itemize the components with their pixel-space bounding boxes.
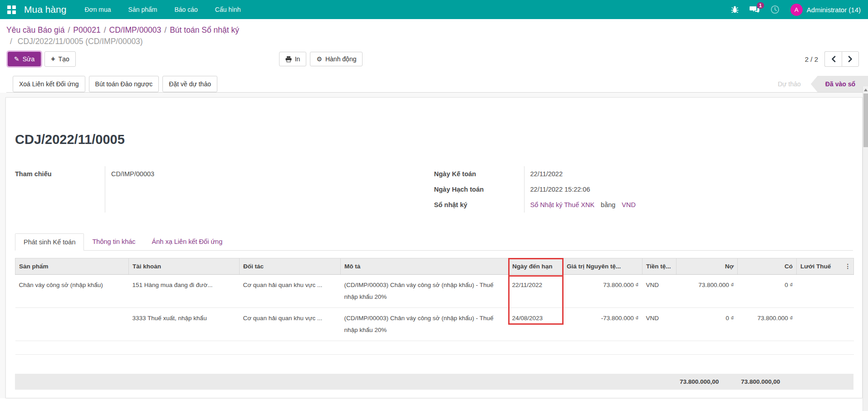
- cell-debit[interactable]: 0 ₫: [677, 308, 738, 341]
- cell-credit[interactable]: 73.800.000 ₫: [738, 308, 797, 341]
- table-row[interactable]: 3333 Thuế xuất, nhập khẩu Cơ quan hải qu…: [15, 308, 854, 341]
- printer-icon: [285, 56, 292, 62]
- user-menu[interactable]: A Administrator (14): [790, 4, 861, 16]
- breadcrumb-link-cdimp[interactable]: CD/IMP/00003: [109, 25, 162, 35]
- accounting-date-label: Ngày Kế toán: [434, 170, 476, 178]
- apps-menu-icon[interactable]: [7, 5, 16, 14]
- header-amount-currency[interactable]: Giá trị Nguyên tệ...: [563, 258, 642, 275]
- edit-button[interactable]: ✎ Sửa: [8, 52, 41, 66]
- action-button[interactable]: ⚙ Hành động: [310, 52, 363, 66]
- nav-item-products[interactable]: Sản phẩm: [128, 6, 157, 13]
- chevron-right-icon: [848, 56, 853, 62]
- header-product[interactable]: Sản phẩm: [15, 258, 129, 275]
- pager-next-button[interactable]: [842, 51, 859, 67]
- cell-account[interactable]: 151 Hàng mua đang đi đườ...: [129, 275, 240, 308]
- breadcrumb: Yêu cầu Báo giá/P00021/CD/IMP/00003/Bút …: [6, 25, 868, 36]
- vertical-scrollbar[interactable]: [863, 86, 868, 411]
- cell-due-date[interactable]: 22/11/2022: [509, 275, 563, 308]
- status-stage-draft[interactable]: Dự thảo: [768, 76, 811, 92]
- journal-items-table-wrap: Sản phẩm Tài khoản Đối tác Mô tả Ngày đế…: [15, 258, 853, 355]
- cell-product[interactable]: [15, 308, 129, 341]
- header-debit[interactable]: Nợ: [677, 258, 738, 275]
- header-currency[interactable]: Tiền tệ...: [642, 258, 677, 275]
- header-due-date[interactable]: Ngày đến hạn: [509, 258, 563, 275]
- journal-middle-text: bằng: [601, 201, 615, 208]
- scrollbar-up-arrow-icon[interactable]: [864, 89, 868, 91]
- breadcrumb-link-p00021[interactable]: P00021: [73, 25, 100, 35]
- breadcrumb-separator: /: [164, 25, 167, 35]
- cell-amount-currency[interactable]: -73.800.000 ₫: [563, 308, 642, 341]
- pencil-icon: ✎: [14, 55, 20, 63]
- reset-to-draft-button[interactable]: Đặt về dự thảo: [162, 76, 217, 92]
- tab-journal-items[interactable]: Phát sinh Kế toán: [15, 233, 84, 251]
- cell-product[interactable]: Chân váy công sở (nhập khẩu): [15, 275, 129, 308]
- header-credit[interactable]: Có: [738, 258, 797, 275]
- cell-currency[interactable]: VND: [642, 275, 677, 308]
- status-stage-posted[interactable]: Đã vào sổ: [811, 76, 868, 92]
- cell-debit[interactable]: 73.800.000 ₫: [677, 275, 738, 308]
- field-groups: Tham chiếu CD/IMP/00003 Ngày Kế toán Ngà…: [15, 166, 853, 213]
- app-title[interactable]: Mua hàng: [24, 4, 66, 15]
- accounting-date-value: 22/11/2022: [530, 170, 563, 178]
- cell-partner[interactable]: Cơ quan hải quan khu vực ...: [240, 308, 341, 341]
- header-account[interactable]: Tài khoản: [129, 258, 240, 275]
- pager-text: 2 / 2: [805, 55, 818, 63]
- debug-bug-icon[interactable]: [731, 5, 739, 14]
- scrollbar-thumb[interactable]: [863, 94, 868, 147]
- pager: 2 / 2: [805, 51, 859, 67]
- cell-account[interactable]: 3333 Thuế xuất, nhập khẩu: [129, 308, 240, 341]
- content-area: CDJ/2022/11/0005 Tham chiếu CD/IMP/00003…: [0, 93, 868, 398]
- breadcrumb-link-rfq[interactable]: Yêu cầu Báo giá: [6, 25, 64, 35]
- journal-items-table: Sản phẩm Tài khoản Đối tác Mô tả Ngày đế…: [15, 258, 854, 355]
- pager-previous-button[interactable]: [824, 51, 842, 67]
- button-row: ✎ Sửa + Tạo In ⚙ Hành động 2 / 2: [6, 51, 868, 67]
- header-tax-grid[interactable]: Lưới Thuế ⋮: [797, 258, 854, 275]
- user-avatar: A: [790, 4, 803, 16]
- cell-credit[interactable]: 0 ₫: [738, 275, 797, 308]
- messages-icon[interactable]: 1: [750, 5, 760, 14]
- field-group-right: Ngày Kế toán Ngày Hạch toán Sổ nhật ký 2…: [434, 166, 853, 213]
- nav-menu: Đơn mua Sản phẩm Báo cáo Cấu hình: [84, 6, 240, 13]
- table-row[interactable]: Chân váy công sở (nhập khẩu) 151 Hàng mu…: [15, 275, 854, 308]
- create-button[interactable]: + Tạo: [44, 51, 75, 67]
- print-button[interactable]: In: [279, 52, 307, 66]
- nav-item-config[interactable]: Cấu hình: [215, 6, 241, 13]
- cell-description[interactable]: (CD/IMP/00003) Chân váy công sở (nhập kh…: [341, 308, 509, 341]
- cell-due-date[interactable]: 24/08/2023: [509, 308, 563, 341]
- action-status-row: Xoá Liên kết Đối ứng Bút toán Đảo ngược …: [6, 76, 868, 93]
- breadcrumb-link-journal-items[interactable]: Bút toán Sổ nhật ký: [170, 25, 239, 35]
- gear-icon: ⚙: [316, 55, 322, 63]
- cell-currency[interactable]: VND: [642, 308, 677, 341]
- cell-tax-grid[interactable]: [797, 308, 854, 341]
- cell-partner[interactable]: Cơ quan hải quan khu vực ...: [240, 275, 341, 308]
- control-panel: Yêu cầu Báo giá/P00021/CD/IMP/00003/Bút …: [0, 19, 868, 93]
- cell-tax-grid[interactable]: [797, 275, 854, 308]
- header-partner[interactable]: Đối tác: [240, 258, 341, 275]
- journal-link[interactable]: Sổ Nhật ký Thuế XNK: [530, 201, 595, 208]
- cell-amount-currency[interactable]: 73.800.000 ₫: [563, 275, 642, 308]
- activities-clock-icon[interactable]: [770, 5, 780, 14]
- header-description[interactable]: Mô tả: [341, 258, 509, 275]
- reverse-entry-button[interactable]: Bút toán Đảo ngược: [89, 76, 159, 92]
- reference-value: CD/IMP/00003: [111, 170, 154, 178]
- optional-columns-icon[interactable]: ⋮: [845, 262, 851, 270]
- user-name: Administrator (14): [807, 6, 861, 14]
- journal-label: Sổ nhật ký: [434, 201, 467, 208]
- empty-row: [15, 341, 854, 355]
- cell-description[interactable]: (CD/IMP/00003) Chân váy công sở (nhập kh…: [341, 275, 509, 308]
- plus-icon: +: [51, 55, 55, 63]
- total-credit: 73.800.000,00: [737, 374, 796, 390]
- nav-item-reports[interactable]: Báo cáo: [174, 6, 197, 13]
- statusbar: Dự thảo Đã vào sổ: [768, 76, 868, 92]
- breadcrumb-current: / CDJ/2022/11/0005 (CD/IMP/00003): [6, 36, 868, 47]
- breadcrumb-separator: /: [104, 25, 106, 35]
- tab-other-info[interactable]: Thông tin khác: [84, 233, 143, 250]
- reference-label: Tham chiếu: [15, 170, 52, 178]
- nav-item-orders[interactable]: Đơn mua: [84, 6, 111, 13]
- field-group-left: Tham chiếu CD/IMP/00003: [15, 166, 434, 213]
- total-debit: 73.800.000,00: [676, 374, 737, 390]
- tab-reconcile-mapping[interactable]: Ánh xạ Liên kết Đối ứng: [144, 233, 231, 250]
- remove-reconcile-button[interactable]: Xoá Liên kết Đối ứng: [13, 76, 85, 92]
- journal-currency-link[interactable]: VND: [622, 201, 636, 208]
- breadcrumb-separator: /: [68, 25, 70, 35]
